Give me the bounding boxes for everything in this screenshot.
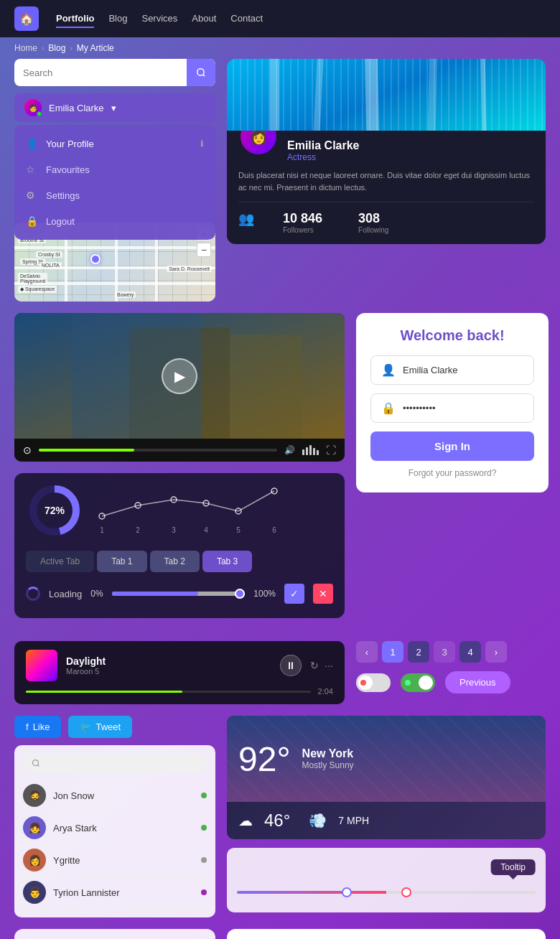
svg-text:1: 1 [100,526,104,534]
svg-line-3 [314,59,322,131]
slider-knob-left[interactable] [342,887,352,897]
weather-card: 92° New York Mostly Sunny ☁ 46° 💨 7 MPH [227,716,546,839]
user-name-arya: Arya Stark [53,823,194,833]
slider-track[interactable] [237,891,536,894]
fullscreen-icon[interactable]: ⛶ [326,444,336,456]
page-4[interactable]: 4 [459,641,481,663]
music-repeat-icon[interactable]: ↻ [310,660,319,671]
toggles-row: Previous [356,671,546,693]
dropdown-logout[interactable]: 🔒 Logout [14,208,215,234]
tab-2[interactable]: Tab 2 [150,551,200,572]
map-zoom-out[interactable]: − [197,243,211,257]
toggle-1[interactable] [356,673,391,692]
loading-pct: 0% [90,589,103,599]
volume-icon[interactable]: 🔊 [284,445,295,455]
music-progress-fill [26,691,182,693]
loading-check-button[interactable]: ✓ [284,584,304,604]
loading-row: Loading 0% 100% ✓ ✕ [26,578,333,609]
donut-chart: 72% [26,482,83,539]
user-status-jon [201,793,207,798]
music-more-icon[interactable]: ··· [325,660,333,671]
vc-play-icon[interactable]: ⊙ [23,444,32,456]
toggle-2[interactable] [401,673,435,692]
line-chart: 1 2 3 4 5 6 [95,484,333,537]
vol-bar-2 [306,447,308,455]
user-search-input[interactable] [45,758,198,768]
tabs-row: Active Tab Tab 1 Tab 2 Tab 3 [26,551,333,572]
logout-icon: 🔒 [26,215,37,227]
nav-logo[interactable]: 🏠 [14,6,39,31]
music-pause-button[interactable]: ⏸ [280,655,302,676]
music-progress-row: 2:04 [26,687,333,696]
breadcrumb-sep2: › [70,45,72,52]
profile-role: Actress [287,152,360,162]
dropdown-your-profile[interactable]: 👤 Your Profile ℹ [14,131,215,156]
following-label: Following [358,226,388,234]
page-prev-arrow[interactable]: ‹ [356,641,378,663]
calendar-card: ‹ JULY 10, 2013 › ✎ MON TUE WED THU FRI … [227,929,546,939]
dropdown-settings-label: Settings [46,190,80,201]
vol-bar-1 [302,449,304,455]
page-1[interactable]: 1 [382,641,403,663]
search-button[interactable] [187,59,215,86]
dropdown-favourites-label: Favourites [46,164,90,175]
dropdown-settings[interactable]: ⚙ Settings [14,182,215,208]
nav-link-portfolio[interactable]: Portfolio [56,10,94,28]
nav-link-blog[interactable]: Blog [108,10,127,28]
loading-track[interactable] [112,592,246,596]
slider-knob-right[interactable] [401,887,411,897]
svg-text:3: 3 [172,526,176,534]
user-avatar: 🧑 [24,99,42,116]
music-progress-track[interactable] [26,691,311,693]
page-next-arrow[interactable]: › [485,641,507,663]
music-extra-controls: ↻ ··· [310,660,333,671]
music-thumbnail [26,650,57,681]
twitter-tweet-button[interactable]: 🐦 Tweet [68,716,132,738]
user-dropdown-trigger[interactable]: 🧑 Emilia Clarke ▾ [14,93,215,122]
forgot-password-link[interactable]: Forgot your password? [370,468,534,478]
nav-link-services[interactable]: Services [141,10,177,28]
user-name-ygritte: Ygritte [53,855,194,866]
user-list-card: 🧔 Jon Snow 👧 Arya Stark 👩 Ygritte 👨 Tyr [14,745,215,917]
tab-3[interactable]: Tab 3 [202,551,252,572]
password-field-icon: 🔒 [381,401,396,415]
password-input[interactable] [403,403,523,414]
user-avatar-arya: 👧 [23,816,46,839]
breadcrumb-blog[interactable]: Blog [48,43,65,53]
post-widget: 📍 New York 🖼 👤 Post [14,929,215,939]
tab-active[interactable]: Active Tab [26,551,94,572]
nav-link-about[interactable]: About [192,10,216,28]
svg-point-0 [197,69,204,75]
video-play-button[interactable]: ▶ [162,358,197,394]
sign-in-button[interactable]: Sign In [370,431,534,461]
loading-cancel-button[interactable]: ✕ [313,584,333,604]
svg-text:6: 6 [272,526,276,534]
previous-button[interactable]: Previous [445,671,510,693]
loading-knob [235,589,245,599]
svg-point-26 [33,760,39,766]
nav-links: Portfolio Blog Services About Contact [56,10,263,28]
user-status-tyrion [201,889,207,895]
music-info: Daylight Maroon 5 [66,655,271,676]
profile-bio: Duis placerat nisi et neque laoreet orna… [238,169,534,193]
video-player: ▶ ⊙ 🔊 ⛶ [14,313,345,462]
svg-line-4 [370,59,373,131]
user-avatar-tyrion: 👨 [23,881,46,904]
username-input[interactable] [403,365,523,375]
facebook-icon: f [26,721,29,732]
search-input[interactable] [14,67,187,78]
loading-spinner [26,587,40,601]
svg-line-6 [482,59,485,131]
weather-city: New York [302,747,354,760]
dropdown-favourites[interactable]: ☆ Favourites [14,156,215,182]
page-2[interactable]: 2 [408,641,429,663]
facebook-like-button[interactable]: f Like [14,716,61,738]
page-3[interactable]: 3 [434,641,455,663]
breadcrumb-home[interactable]: Home [14,43,37,53]
breadcrumb-article[interactable]: My Article [77,43,114,53]
video-progress-track[interactable] [39,449,277,452]
video-progress-fill [39,449,134,452]
user-item-arya: 👧 Arya Stark [23,812,207,844]
tab-1[interactable]: Tab 1 [97,551,146,572]
nav-link-contact[interactable]: Contact [230,10,263,28]
